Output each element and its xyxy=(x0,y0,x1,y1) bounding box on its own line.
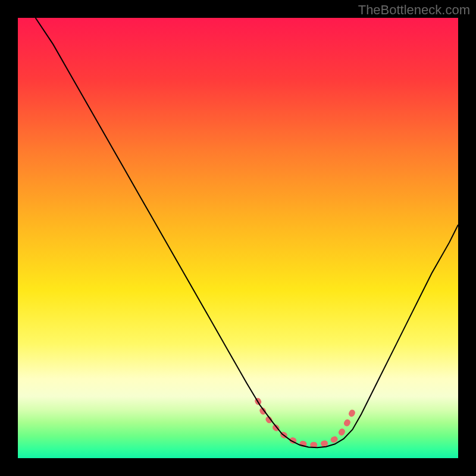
watermark-text: TheBottleneck.com xyxy=(358,2,470,18)
gradient-background xyxy=(18,18,458,458)
bottleneck-chart xyxy=(18,18,458,458)
